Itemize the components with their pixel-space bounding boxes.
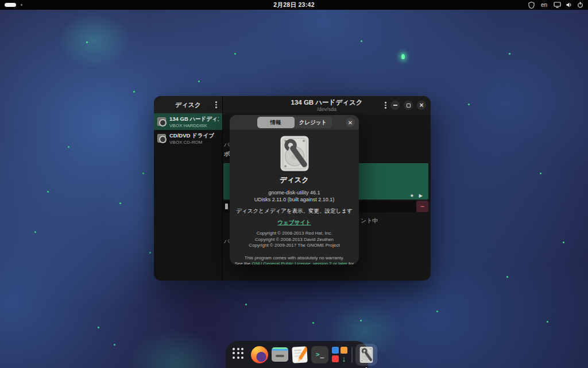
dialog-close-button[interactable]: ✕ bbox=[346, 118, 355, 127]
dock: >_ ↓ bbox=[226, 341, 368, 368]
disks-icon bbox=[359, 346, 373, 363]
window-menu-button[interactable] bbox=[385, 102, 386, 109]
window-subtitle: /dev/sda bbox=[291, 106, 363, 112]
drive-detail: VBOX CD-ROM bbox=[169, 140, 214, 145]
copyright-line: Copyright © 2009-2017 The GNOME Project bbox=[230, 243, 359, 249]
minimize-button[interactable] bbox=[390, 101, 400, 110]
quick-settings-button[interactable] bbox=[554, 2, 583, 8]
text-editor-icon bbox=[292, 346, 307, 363]
about-dialog-header[interactable]: 情報 クレジット ✕ bbox=[230, 115, 359, 131]
shield-icon bbox=[528, 2, 535, 9]
harddisk-icon bbox=[157, 117, 166, 126]
drive-name: 134 GB ハードディスク bbox=[169, 116, 219, 123]
close-button[interactable]: × bbox=[417, 101, 426, 110]
udisks-version: UDisks 2.11.0 (built against 2.10.1) bbox=[230, 196, 359, 203]
dock-item-firefox[interactable] bbox=[251, 346, 268, 363]
sidebar-item-harddisk[interactable]: 134 GB ハードディスク VBOX HARDDISK bbox=[154, 113, 222, 130]
display-icon bbox=[554, 2, 561, 8]
copyright-line: Copyright © 2008-2013 Red Hat, Inc. bbox=[230, 231, 359, 237]
pencil-icon bbox=[298, 346, 307, 360]
dock-item-files[interactable] bbox=[271, 346, 288, 363]
dock-item-software[interactable]: ↓ bbox=[331, 346, 349, 363]
sidebar-title: ディスク bbox=[175, 101, 201, 109]
window-title: 134 GB ハードディスク bbox=[291, 99, 363, 106]
window-headerbar[interactable]: 134 GB ハードディスク /dev/sda × bbox=[223, 96, 431, 114]
tab-info[interactable]: 情報 bbox=[257, 117, 295, 128]
drive-detail: VBOX HARDDISK bbox=[169, 123, 219, 128]
dock-item-disks[interactable] bbox=[355, 344, 377, 366]
dock-item-text-editor[interactable] bbox=[291, 346, 308, 363]
volume-state-icons: ★ ▶ bbox=[409, 193, 424, 198]
clock[interactable]: 2月28日 23:42 bbox=[0, 0, 588, 10]
disks-app-icon bbox=[280, 135, 310, 172]
about-dialog: 情報 クレジット ✕ ディスク gnome-disk-utility 46.1 … bbox=[230, 115, 359, 264]
dock-item-terminal[interactable]: >_ bbox=[311, 346, 328, 363]
terminal-icon: >_ bbox=[311, 346, 328, 363]
system-tray: en bbox=[528, 0, 583, 10]
show-apps-button[interactable] bbox=[231, 346, 248, 363]
about-dialog-body: ディスク gnome-disk-utility 46.1 UDisks 2.11… bbox=[230, 131, 359, 264]
firefox-icon bbox=[251, 346, 268, 363]
delete-partition-button[interactable]: − bbox=[416, 201, 428, 212]
tab-credits[interactable]: クレジット bbox=[295, 117, 332, 128]
app-version: gnome-disk-utility 46.1 bbox=[230, 189, 359, 196]
app-grid-icon bbox=[233, 348, 246, 362]
close-icon: ✕ bbox=[348, 120, 353, 126]
optical-drive-icon bbox=[157, 134, 166, 143]
copyright-line: Copyright © 2008-2013 David Zeuthen bbox=[230, 237, 359, 243]
app-name: ディスク bbox=[230, 175, 359, 185]
files-icon bbox=[272, 347, 288, 362]
license-link[interactable]: GNU General Public License, version 2 or… bbox=[252, 261, 347, 264]
view-switcher: 情報 クレジット bbox=[257, 117, 332, 128]
sidebar-menu-button[interactable] bbox=[215, 101, 217, 108]
maximize-icon bbox=[407, 103, 411, 108]
website-link[interactable]: ウェブサイト bbox=[277, 219, 311, 227]
software-icon: ↓ bbox=[332, 347, 348, 363]
drive-name: CD/DVD ドライブ bbox=[169, 132, 214, 140]
sidebar-item-cdrom[interactable]: CD/DVD ドライブ VBOX CD-ROM bbox=[154, 130, 222, 147]
maximize-button[interactable] bbox=[404, 101, 413, 110]
sidebar-headerbar[interactable]: ディスク bbox=[154, 96, 222, 113]
wallpaper-glow-dot bbox=[401, 54, 405, 59]
disks-sidebar: ディスク 134 GB ハードディスク VBOX HARDDISK CD/DVD… bbox=[154, 96, 223, 281]
volume-button-fragment[interactable] bbox=[225, 204, 228, 209]
mounted-text-fragment: ント中 bbox=[361, 217, 378, 225]
minimize-icon bbox=[393, 105, 397, 106]
wallpaper-sparkles bbox=[86, 41, 88, 43]
volume-icon bbox=[566, 2, 572, 8]
keyboard-layout-indicator[interactable]: en bbox=[541, 2, 547, 8]
license-text: See the GNU General Public License, vers… bbox=[230, 261, 359, 264]
close-icon: × bbox=[419, 102, 423, 109]
power-icon bbox=[577, 2, 583, 8]
warranty-text: This program comes with absolutely no wa… bbox=[230, 255, 359, 262]
partition-label-fragment: パ bbox=[224, 237, 230, 246]
top-bar: 2月28日 23:42 en bbox=[0, 0, 588, 10]
app-description: ディスクとメディアを表示、変更、設定します bbox=[230, 208, 359, 215]
dock-separator bbox=[351, 347, 353, 363]
